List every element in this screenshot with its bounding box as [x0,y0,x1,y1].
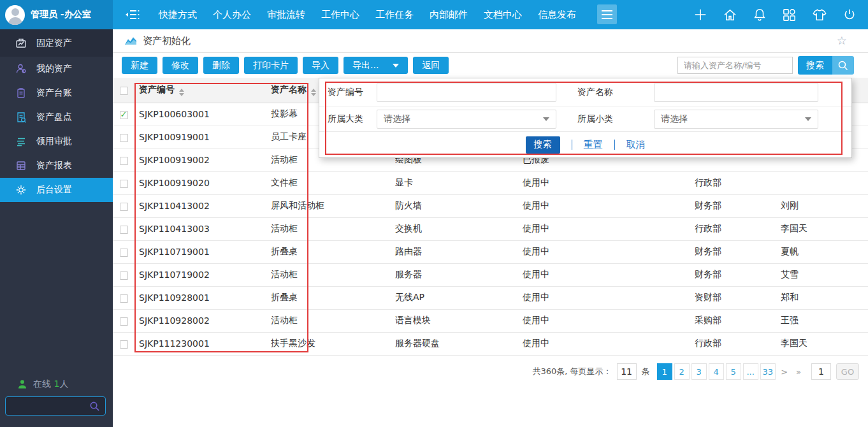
column-header-asset-name[interactable]: 资产名称 [271,84,307,94]
row-checkbox[interactable] [120,111,128,119]
menu-item-work-center[interactable]: 工作中心 [321,9,359,21]
major-category-label: 所属大类 [328,113,363,125]
sidebar-item-asset-reports[interactable]: 资产报表 [0,154,113,178]
row-checkbox[interactable] [120,157,128,165]
panel-search-button[interactable]: 搜索 [526,136,560,154]
page-jump-input[interactable] [811,363,831,380]
home-icon[interactable] [723,8,737,22]
table-row: SJKP110413002屏风和活动柜防火墙使用中财务部刘刚 [113,194,868,217]
row-checkbox[interactable] [120,317,128,326]
new-button[interactable]: 新建 [122,57,157,74]
asset-inventory-icon [15,112,27,123]
column-header-asset-code[interactable]: 资产编号 [139,84,175,94]
page-number-33[interactable]: 33 [760,363,776,380]
major-category-select[interactable]: 请选择 [377,110,556,129]
select-all-checkbox[interactable] [120,87,128,95]
online-user-icon [17,379,27,389]
minor-category-label: 所属小类 [577,113,613,125]
asset-name-field[interactable] [654,83,818,102]
sidebar-item-my-assets[interactable]: 我的资产 [0,57,113,81]
row-checkbox[interactable] [120,226,128,234]
menu-item-info-publish[interactable]: 信息发布 [538,9,576,21]
table-row: SJKP110928001折叠桌无线AP使用中资财部郑和 [113,286,868,309]
asset-search-input[interactable] [677,57,793,74]
page-ellipsis: ... [743,363,758,380]
row-checkbox[interactable] [120,180,128,188]
online-status: 在线 1人 [17,379,68,390]
sidebar-item-fixed-assets[interactable]: 固定资产 [0,29,113,57]
export-dropdown-button[interactable]: 导出... [344,57,408,74]
top-bar: 管理员 -办公室 快捷方式 个人办公 审批流转 工作中心 工作任务 内部邮件 文… [0,0,868,29]
user-block[interactable]: 管理员 -办公室 [0,0,113,29]
menu-item-shortcuts[interactable]: 快捷方式 [159,9,197,21]
row-checkbox[interactable] [120,203,128,211]
pagination-summary: 共360条, 每页显示： [533,366,612,377]
avatar[interactable] [5,5,25,25]
menu-item-personal-office[interactable]: 个人办公 [213,9,251,21]
page-number-3[interactable]: 3 [691,363,707,380]
page-title-icon [124,36,137,46]
add-icon[interactable] [693,8,707,22]
sidebar-item-backend-settings[interactable]: 后台设置 [0,178,113,202]
sidebar-item-requisition-approval[interactable]: 领用审批 [0,129,113,154]
last-page-arrow[interactable]: » [793,367,804,377]
menu-item-document-center[interactable]: 文档中心 [484,9,522,21]
sidebar-item-label: 资产盘点 [36,112,72,123]
search-button[interactable]: 搜索 [798,56,832,75]
page-number-4[interactable]: 4 [709,363,724,380]
row-checkbox[interactable] [120,340,128,349]
cancel-link[interactable]: 取消 [626,139,646,151]
menu-item-internal-mail[interactable]: 内部邮件 [430,9,468,21]
sidebar-search-input[interactable] [5,396,106,416]
go-button[interactable]: GO [836,363,859,380]
chevron-down-icon [393,64,399,68]
page-number-1[interactable]: 1 [657,363,672,380]
apps-icon[interactable] [782,8,797,22]
notifications-icon[interactable] [753,8,767,22]
sidebar-item-label: 资产台账 [36,87,72,99]
advanced-search-panel: 资产编号 资产名称 所属大类 请选择 所属小类 请选择 搜索 重置 取消 [319,78,852,158]
reset-link[interactable]: 重置 [584,139,603,151]
gear-icon [15,184,27,196]
sort-icon[interactable] [311,89,316,96]
delete-button[interactable]: 删除 [203,57,239,74]
sidebar-item-asset-ledger[interactable]: 资产台账 [0,81,113,105]
row-checkbox[interactable] [120,271,128,280]
page-title: 资产初始化 [143,35,191,47]
sort-icon[interactable] [179,89,184,96]
page-number-5[interactable]: 5 [726,363,741,380]
menu-item-approval-flow[interactable]: 审批流转 [267,9,305,21]
asset-ledger-icon [15,87,27,99]
sidebar-item-asset-inventory[interactable]: 资产盘点 [0,105,113,129]
search-icon[interactable] [89,401,100,412]
edit-button[interactable]: 修改 [163,57,198,74]
row-checkbox[interactable] [120,134,128,142]
theme-shirt-icon[interactable] [812,8,827,22]
table-row: SJKP110413003活动柜交换机使用中行政部李国天 [113,217,868,240]
row-checkbox[interactable] [120,249,128,257]
search-magnifier-icon[interactable] [832,56,854,75]
minor-category-select[interactable]: 请选择 [654,110,818,129]
requisition-approval-icon [15,136,27,147]
row-checkbox[interactable] [120,294,128,303]
asset-code-label: 资产编号 [328,87,363,98]
print-card-button[interactable]: 打印卡片 [244,57,298,74]
next-page-arrow[interactable]: > [778,367,791,377]
page-size-unit: 条 [642,366,650,377]
table-row: SJKP110719001折叠桌路由器使用中财务部夏帆 [113,240,868,263]
logout-power-icon[interactable] [843,8,857,22]
fixed-assets-icon [15,38,27,49]
import-button[interactable]: 导入 [303,57,338,74]
sidebar-item-label: 后台设置 [36,184,72,196]
menu-item-work-tasks[interactable]: 工作任务 [375,9,414,21]
menu-toggle-icon[interactable] [597,4,617,24]
chevron-down-icon [805,117,811,121]
asset-code-field[interactable] [377,83,556,102]
page-number-2[interactable]: 2 [674,363,690,380]
online-unit: 人 [59,379,68,389]
table-row: SJKP110719002活动柜服务器使用中财务部艾雪 [113,263,868,286]
favorite-star-icon[interactable]: ☆ [837,35,847,47]
sidebar-collapse-icon[interactable] [124,6,143,24]
page-size-input[interactable] [617,363,637,380]
back-button[interactable]: 返回 [413,57,449,74]
